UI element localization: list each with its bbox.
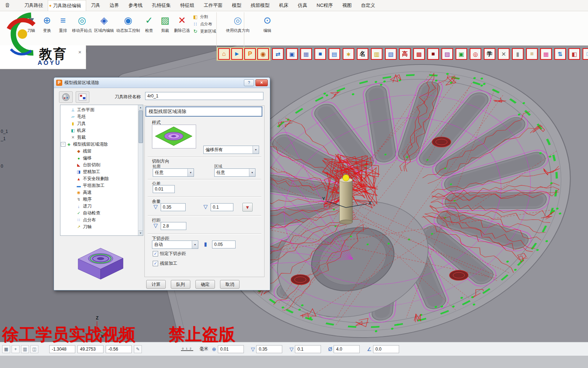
statusbar-field-value[interactable]: 0.1 <box>295 345 321 353</box>
ribbon-button[interactable]: ◈ 区域内编辑 <box>93 12 115 34</box>
quickbar-icon[interactable]: 高 <box>399 48 411 60</box>
tree-expander-icon[interactable] <box>65 122 69 126</box>
coordinate-field[interactable]: -1.3048 <box>49 345 75 353</box>
tree-item[interactable]: ↗ 刀轴 <box>60 223 138 230</box>
ribbon-small-button[interactable]: ↻ 更新区域 <box>193 28 216 34</box>
menu-item[interactable]: ◆ 孔特征集 <box>147 0 175 11</box>
menu-item[interactable]: ◆ 仿真 <box>293 0 312 11</box>
quickbar-icon[interactable]: ◧ <box>568 48 580 60</box>
scroll-up-icon[interactable]: ▲ <box>138 105 143 110</box>
dialog-button[interactable]: 确定 <box>195 280 215 289</box>
menu-item-partial[interactable]: 音 <box>0 0 20 11</box>
menu-item[interactable]: ◆ 残留模型 <box>246 0 274 11</box>
quickbar-icon[interactable]: 名 <box>357 48 368 60</box>
tree-expander-icon[interactable] <box>71 191 75 195</box>
profile-dropdown[interactable]: 任意 ▼ <box>153 168 194 177</box>
tree-expander-icon[interactable] <box>71 170 75 174</box>
quickbar-icon[interactable]: ▧ <box>385 48 397 60</box>
dialog-button[interactable]: 取消 <box>220 280 240 289</box>
dialog-help-button[interactable]: ? <box>244 79 254 86</box>
tree-expander-icon[interactable] <box>71 177 75 181</box>
quickbar-icon[interactable]: ⌂ <box>218 48 230 60</box>
quickbar-icon[interactable]: ▨ <box>441 48 453 60</box>
tree-item[interactable]: ↓ 进刀 <box>60 203 138 210</box>
tree-expander-icon[interactable] <box>71 163 75 167</box>
stepdown-mode-dropdown[interactable]: 自动 ▼ <box>152 241 198 249</box>
statusbar-field-value[interactable]: 0.01 <box>218 345 244 353</box>
pencil-icon[interactable]: ✎ <box>134 345 142 353</box>
tree-expander-icon[interactable] <box>71 225 75 229</box>
statusbar-toggle-icon[interactable]: + <box>12 345 20 353</box>
statusbar-field-value[interactable]: 0.0 <box>373 345 399 353</box>
tree-expander-icon[interactable] <box>71 211 75 215</box>
menu-item[interactable]: ◆ NC程序 <box>312 0 338 11</box>
quickbar-icon[interactable]: ▤ <box>329 48 340 60</box>
tree-expander-icon[interactable] <box>71 156 75 160</box>
quickbar-icon[interactable]: ▩ <box>413 48 425 60</box>
statusbar-toggle-icon[interactable]: ▦ <box>2 345 10 353</box>
menu-item[interactable]: ◆ 刀具路径编辑 <box>48 0 86 11</box>
tree-item[interactable]: ● 偏移 <box>60 155 138 162</box>
style-dropdown[interactable]: 偏移所有 ▼ <box>203 146 259 154</box>
dialog-close-button[interactable]: × <box>255 79 268 86</box>
quickbar-icon[interactable]: ▦ <box>300 48 312 60</box>
ribbon-small-button[interactable]: ∷ 点分布 <box>193 21 216 27</box>
tree-scrollbar[interactable]: ▲ ▼ <box>138 105 143 235</box>
dialog-button[interactable]: 队列 <box>171 280 190 289</box>
menu-item[interactable]: ◆ 边界 <box>105 0 124 11</box>
tree-item[interactable]: ◨ 壁精加工 <box>60 168 138 175</box>
tree-item[interactable]: − ◈ 模型残留区域清除 <box>60 141 138 148</box>
tolerance-input[interactable]: 0.01 <box>153 185 175 193</box>
ribbon-button[interactable]: ▨ 剪裁 <box>157 12 173 34</box>
scrollbar-thumb[interactable] <box>139 110 143 143</box>
ribbon-small-button[interactable]: ◧ 分割 <box>193 14 216 20</box>
tree-expander-icon[interactable] <box>65 135 69 139</box>
ribbon-button[interactable]: ✓ 检查 <box>141 12 157 34</box>
dialog-titlebar[interactable]: P 模型残留区域清除 ? × <box>54 78 270 88</box>
quickbar-icon[interactable]: ▣ <box>456 48 467 60</box>
quickbar-icon[interactable]: ▥ <box>371 48 382 60</box>
tree-item[interactable]: ✓ 自动检查 <box>60 210 138 217</box>
tree-item[interactable]: ◧ 机床 <box>60 127 138 134</box>
quickbar-icon[interactable]: ▮ <box>512 48 524 60</box>
scroll-down-icon[interactable]: ▼ <box>138 230 143 235</box>
tree-item[interactable]: ◉ 高速 <box>60 189 138 196</box>
tree-item[interactable]: ▲ 不安全段删除 <box>60 175 138 182</box>
tree-item[interactable]: ▮ 刀具 <box>60 120 138 127</box>
quickbar-icon[interactable]: ✕ <box>498 48 509 60</box>
menu-item[interactable]: ◆ 自定义 <box>356 0 380 11</box>
tree-item[interactable]: ◆ 残留 <box>60 148 138 155</box>
tree-expander-icon[interactable] <box>71 184 75 188</box>
tree-expander-icon[interactable] <box>65 115 69 119</box>
menu-item[interactable]: ◆ 特征组 <box>175 0 199 11</box>
ribbon-button[interactable]: ⊕ 变换 <box>39 12 55 34</box>
tree-expander-icon[interactable] <box>71 204 75 208</box>
tree-item[interactable]: ↯ 顺序 <box>60 196 138 203</box>
tree-item[interactable]: ▱ 毛坯 <box>60 113 138 120</box>
tree-item[interactable]: ⊥ 工作平面 <box>60 106 138 113</box>
tree-expander-icon[interactable] <box>65 129 69 133</box>
stock-input[interactable]: 0.35 <box>161 203 186 211</box>
axial-stock-input[interactable]: 0.1 <box>211 203 233 211</box>
history-edit-button[interactable]: ⊙ 编辑 <box>259 12 275 34</box>
pattern-sphere-icon[interactable] <box>59 91 73 103</box>
tree-item[interactable]: ∷ 点分布 <box>60 217 138 223</box>
menu-item[interactable]: ◆ 工作平面 <box>199 0 227 11</box>
levels-icon[interactable] <box>76 91 89 103</box>
ribbon-button[interactable]: ✕ 删除已选 <box>173 12 191 34</box>
menu-item[interactable]: ◆ 机床 <box>274 0 293 11</box>
quickbar-icon[interactable]: ■ <box>314 48 326 60</box>
ribbon-button[interactable]: ≡ 重排 <box>55 12 71 34</box>
quickbar-icon[interactable]: P <box>244 48 256 60</box>
menu-item[interactable]: ◆ 视图 <box>338 0 356 11</box>
quickbar-icon[interactable]: ► <box>231 48 243 60</box>
statusbar-toggle-icon[interactable]: ▥ <box>21 345 29 353</box>
menu-item[interactable]: ◆ 刀具 <box>86 0 105 11</box>
tree-expander-icon[interactable] <box>71 149 75 153</box>
quickbar-icon[interactable]: ◎ <box>470 48 481 60</box>
quickbar-icon[interactable]: ⇅ <box>554 48 566 60</box>
tree-item[interactable]: ◣ 台阶切削 <box>60 162 138 168</box>
use-simulation-direction-button[interactable]: ◎ 使用仿真方向 <box>225 12 251 34</box>
ribbon-button[interactable]: ◉ 动态加工控制 <box>115 12 141 34</box>
tree-expander-icon[interactable] <box>65 108 69 112</box>
